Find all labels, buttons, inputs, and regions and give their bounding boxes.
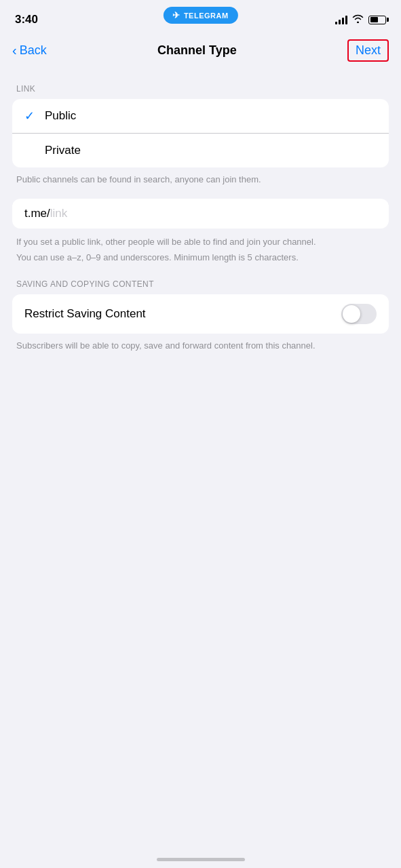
status-icons [335,14,386,25]
private-option[interactable]: ✓ Private [12,133,389,167]
status-bar: 3:40 ✈ TELEGRAM [0,0,401,34]
page-title: Channel Type [157,43,237,58]
wifi-icon [352,14,364,25]
public-option[interactable]: ✓ Public [12,99,389,133]
signal-icon [335,15,347,24]
checkmark-icon: ✓ [24,108,45,123]
restrict-saving-row: Restrict Saving Content [12,294,389,334]
back-label: Back [20,43,47,58]
telegram-icon: ✈ [172,10,180,20]
saving-description: Subscribers will be able to copy, save a… [12,339,389,353]
chevron-left-icon: ‹ [12,43,17,58]
telegram-label: TELEGRAM [184,12,229,20]
toggle-track [341,304,377,324]
nav-bar: ‹ Back Channel Type Next [0,34,401,69]
status-time: 3:40 [15,13,38,26]
toggle-thumb [343,305,360,323]
battery-icon [368,16,386,24]
restrict-saving-label: Restrict Saving Content [24,307,146,321]
link-prefix: t.me/ [24,207,50,220]
restrict-saving-toggle[interactable] [341,304,377,324]
saving-section-label: SAVING AND COPYING CONTENT [12,279,389,289]
channel-type-card: ✓ Public ✓ Private [12,99,389,167]
link-hint-1: If you set a public link, other people w… [12,235,389,249]
link-section-label: LINK [12,84,389,94]
public-description: Public channels can be found in search, … [12,173,389,186]
public-label: Public [45,109,76,123]
home-indicator [157,858,245,861]
link-hint-2: You can use a–z, 0–9 and underscores. Mi… [12,251,389,264]
next-button[interactable]: Next [347,39,389,62]
back-button[interactable]: ‹ Back [12,43,47,58]
telegram-badge: ✈ TELEGRAM [163,7,237,24]
link-input-card: t.me/ [12,199,389,229]
private-label: Private [45,144,81,157]
link-input[interactable] [50,207,377,220]
content: LINK ✓ Public ✓ Private Public channels … [0,84,401,352]
